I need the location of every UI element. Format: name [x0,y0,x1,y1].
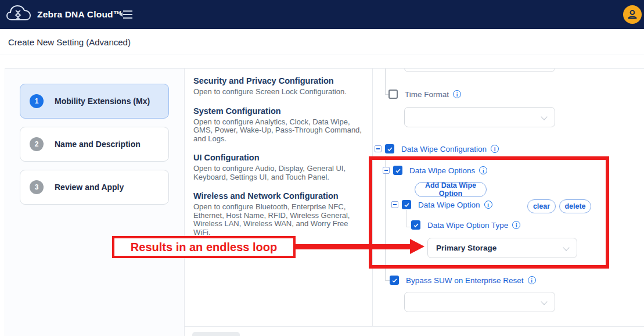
annotation-callout: Results in an endless loop [112,236,296,258]
step-label: Mobility Extensions (Mx) [55,96,150,106]
data-wipe-options-label: Data Wipe Options [409,166,475,175]
info-icon[interactable]: i [479,166,487,174]
clear-button[interactable]: clear [527,199,556,213]
time-format-checkbox[interactable] [388,90,398,99]
category-title[interactable]: System Configuration [193,106,362,116]
bottom-action-button[interactable] [192,332,240,336]
zebra-dna-cloud-app: Zebra DNA Cloud™ Create New Setting (Adv… [0,0,644,336]
category-description: Open to configure Analytics, Clock, Data… [193,118,362,144]
configuration-category-list: Security and Privacy Configuration Open … [185,69,373,327]
category-wireless-network: Wireless and Network Configuration Open … [193,191,362,237]
check-icon [395,167,401,174]
category-description: Open to configure Bluetooth, Enterprise … [193,203,362,237]
annotation-text: Results in an endless loop [131,241,277,254]
time-format-dropdown[interactable] [404,107,555,127]
menu-collapse-icon[interactable] [119,10,133,19]
step-number-badge: 1 [30,94,44,108]
settings-form: Time Format i Data Wipe Configuration i [373,69,644,327]
bypass-suw-label: Bypass SUW on Enterprise Reset [406,276,524,285]
tree-connector [385,69,386,94]
chevron-down-icon [563,244,569,251]
data-wipe-configuration-checkbox[interactable] [385,144,394,153]
page-title-bar: Create New Setting (Advanced) [0,29,644,55]
category-title[interactable]: Wireless and Network Configuration [193,191,362,201]
collapse-expander-icon[interactable] [375,145,382,152]
step-number-badge: 3 [30,180,44,194]
category-description: Open to configure Screen Lock Configurat… [193,88,362,96]
page-title: Create New Setting (Advanced) [8,37,131,47]
check-icon [391,277,398,284]
bypass-suw-row: Bypass SUW on Enterprise Reset i [390,276,536,285]
user-avatar[interactable] [623,5,642,24]
person-icon [627,9,638,20]
info-icon[interactable]: i [453,90,461,98]
step-mobility-extensions[interactable]: 1 Mobility Extensions (Mx) [20,84,169,119]
category-title[interactable]: UI Configuration [193,153,362,162]
data-wipe-configuration-label: Data Wipe Configuration [401,145,487,153]
data-wipe-options-checkbox[interactable] [393,166,402,175]
category-security-privacy: Security and Privacy Configuration Open … [193,76,362,96]
step-number-badge: 2 [30,137,44,151]
data-wipe-option-type-checkbox[interactable] [411,220,420,230]
time-format-row: Time Format i [388,90,461,99]
info-icon[interactable]: i [528,276,536,284]
category-system: System Configuration Open to configure A… [193,106,362,144]
check-icon [404,202,410,208]
data-wipe-configuration-row: Data Wipe Configuration i [375,144,499,153]
delete-button[interactable]: delete [559,199,591,213]
content-panel: 1 Mobility Extensions (Mx) 2 Name and De… [5,68,644,336]
bypass-suw-checkbox[interactable] [390,276,399,285]
data-wipe-option-type-row: Data Wipe Option Type i [411,220,520,230]
dropdown-value: Primary Storage [436,244,497,252]
data-wipe-option-label: Data Wipe Option [418,201,480,209]
collapse-expander-icon[interactable] [391,201,398,208]
annotation-arrow-shaft [294,244,412,249]
app-header: Zebra DNA Cloud™ [0,0,644,29]
wizard-steps-sidebar: 1 Mobility Extensions (Mx) 2 Name and De… [5,69,185,336]
bypass-suw-dropdown[interactable] [404,292,555,312]
collapse-expander-icon[interactable] [383,167,390,174]
app-title: Zebra DNA Cloud™ [37,9,122,20]
time-format-label: Time Format [405,90,449,99]
step-name-and-description[interactable]: 2 Name and Description [20,127,169,162]
step-label: Review and Apply [55,183,124,192]
check-icon [413,222,419,228]
info-icon[interactable]: i [491,145,499,153]
category-title[interactable]: Security and Privacy Configuration [193,76,362,85]
data-wipe-option-type-dropdown[interactable]: Primary Storage [427,238,577,258]
data-wipe-option-row: Data Wipe Option i [391,200,492,209]
tree-connector [406,210,406,227]
add-data-wipe-option-button[interactable]: Add Data Wipe Option [415,182,487,197]
annotation-arrow-head-icon [410,239,424,254]
zebra-cloud-dna-logo-icon [6,3,31,26]
info-icon[interactable]: i [512,221,520,229]
tree-connector [406,227,411,227]
category-ui: UI Configuration Open to configure Audio… [193,153,362,181]
info-icon[interactable]: i [484,201,492,209]
data-wipe-option-checkbox[interactable] [402,200,411,209]
step-review-and-apply[interactable]: 3 Review and Apply [20,170,169,205]
check-icon [387,146,393,152]
chevron-down-icon [541,298,547,305]
data-wipe-option-type-label: Data Wipe Option Type [427,221,508,230]
step-label: Name and Description [55,140,141,149]
tree-connector [385,280,390,281]
data-wipe-options-row: Data Wipe Options i [383,166,487,175]
previous-setting-dropdown[interactable] [404,69,555,72]
category-description: Open to configure Audio, Display, Genera… [193,165,362,181]
chevron-down-icon [541,113,547,120]
